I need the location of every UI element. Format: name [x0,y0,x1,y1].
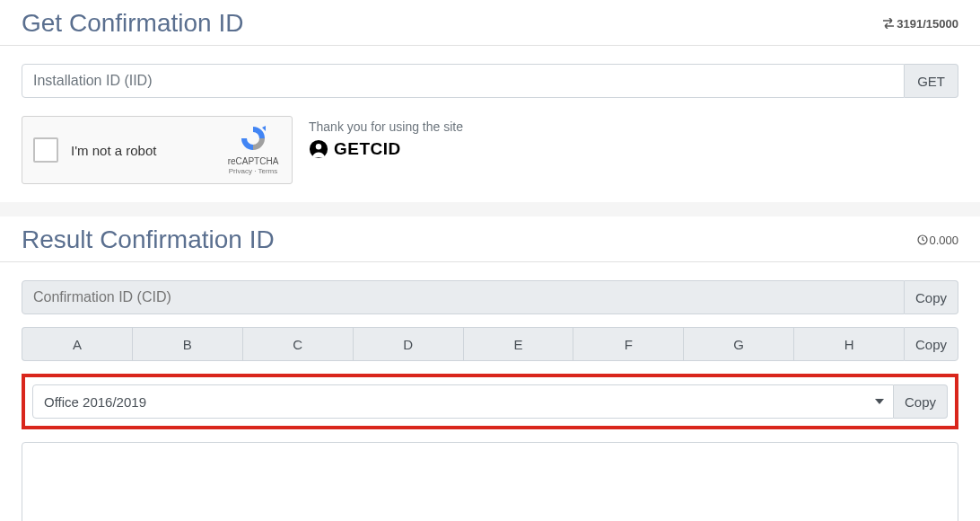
segment-cell-c: C [242,327,353,361]
result-confirmation-panel: Result Confirmation ID 0.000 Copy A B C … [0,216,980,521]
get-panel-body: GET I'm not a robot reCAPTCHA Privacy · … [0,46,980,202]
segment-cell-b: B [132,327,242,361]
panel-gap [0,202,980,216]
cid-input[interactable] [22,280,905,314]
recaptcha-widget: I'm not a robot reCAPTCHA Privacy · Term… [22,116,293,184]
counter-value: 3191/15000 [897,17,958,31]
clock-icon [917,234,928,245]
product-copy-button[interactable]: Copy [894,384,948,419]
brand-name: GETCID [334,139,401,159]
timer-value: 0.000 [929,234,958,247]
brand-row: GETCID [309,139,463,159]
segment-cell-a: A [22,327,132,361]
recaptcha-icon [239,124,267,153]
recaptcha-branding: reCAPTCHA Privacy · Terms [225,124,281,176]
get-panel-header: Get Confirmation ID 3191/15000 [0,0,980,46]
iid-input[interactable] [22,64,905,98]
request-counter: 3191/15000 [882,17,958,31]
output-textarea-block [22,442,958,521]
recaptcha-links: Privacy · Terms [229,167,278,176]
segment-cell-d: D [353,327,463,361]
result-panel-title: Result Confirmation ID [22,225,275,254]
result-panel-body: Copy A B C D E F G H Copy Office 2016/20… [0,262,980,429]
thankyou-text: Thank you for using the site [309,119,463,134]
recaptcha-brand: reCAPTCHA [228,155,279,167]
user-circle-icon [309,139,328,159]
svg-point-2 [316,144,321,149]
segments-row: A B C D E F G H Copy [22,327,958,361]
iid-input-group: GET [22,64,958,98]
cid-row: Copy [22,280,958,314]
segment-cell-g: G [683,327,793,361]
swap-icon [882,18,895,29]
svg-marker-0 [262,126,266,131]
product-select-row: Office 2016/2019 Copy [22,374,958,429]
segment-cell-h: H [793,327,904,361]
segments-copy-button[interactable]: Copy [904,327,958,361]
get-button[interactable]: GET [905,64,958,98]
get-confirmation-panel: Get Confirmation ID 3191/15000 GET I'm n… [0,0,980,202]
result-panel-header: Result Confirmation ID 0.000 [0,216,980,262]
recaptcha-checkbox[interactable] [33,137,58,163]
output-textarea[interactable] [22,442,958,521]
timer: 0.000 [917,234,958,247]
segment-cell-e: E [463,327,573,361]
thankyou-block: Thank you for using the site GETCID [309,116,463,159]
segment-cell-f: F [573,327,683,361]
cid-copy-button[interactable]: Copy [905,280,958,314]
get-panel-title: Get Confirmation ID [22,9,243,38]
recaptcha-row: I'm not a robot reCAPTCHA Privacy · Term… [22,116,958,184]
recaptcha-label: I'm not a robot [71,143,225,158]
product-select[interactable]: Office 2016/2019 [32,384,894,419]
